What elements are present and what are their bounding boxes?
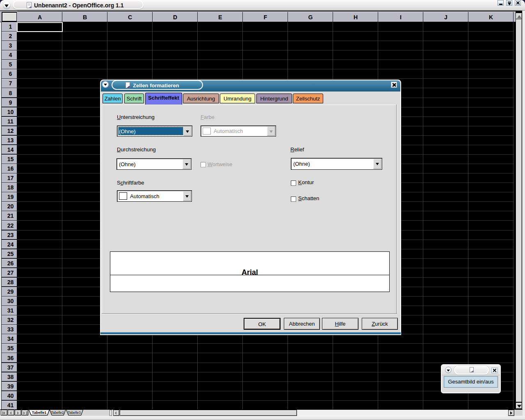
svg-text:Tabelle2: Tabelle2 — [51, 411, 64, 415]
svg-text:Tabelle3: Tabelle3 — [68, 411, 81, 415]
svg-text:Tabelle1: Tabelle1 — [32, 411, 46, 415]
